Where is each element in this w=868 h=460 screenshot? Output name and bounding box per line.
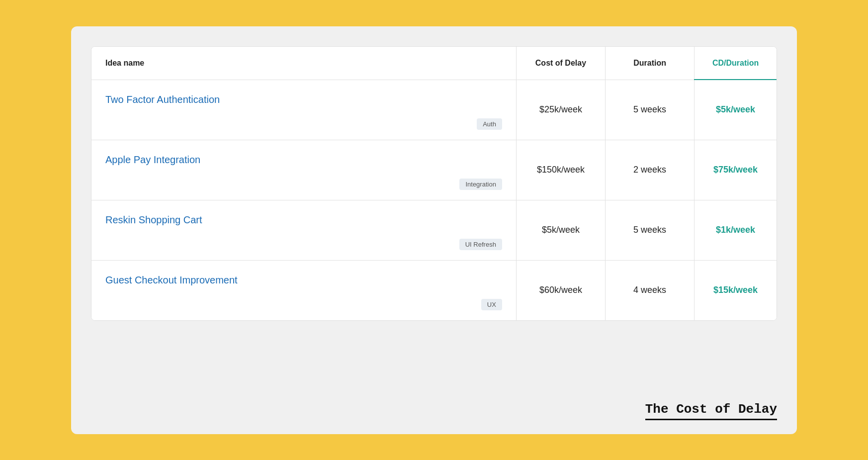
tag-reskin-cart: UI Refresh — [459, 239, 502, 250]
table-header-row: Idea name Cost of Delay Duration CD/Dura… — [91, 47, 777, 80]
tag-apple-pay: Integration — [459, 179, 502, 190]
header-idea-name: Idea name — [91, 47, 516, 80]
table-row[interactable]: Reskin Shopping Cart UI Refresh $5k/week… — [91, 200, 777, 260]
cell-cd-apple-pay: $75k/week — [694, 140, 777, 200]
cell-cod-guest-checkout: $60k/week — [516, 260, 605, 320]
cell-duration-reskin-cart: 5 weeks — [606, 200, 694, 260]
outer-container: Idea name Cost of Delay Duration CD/Dura… — [71, 26, 797, 434]
idea-name-apple-pay[interactable]: Apple Pay Integration — [105, 154, 502, 166]
cell-cd-guest-checkout: $15k/week — [694, 260, 777, 320]
idea-name-guest-checkout[interactable]: Guest Checkout Improvement — [105, 275, 502, 286]
cell-cod-reskin-cart: $5k/week — [516, 200, 605, 260]
tag-two-factor-auth: Auth — [477, 118, 502, 130]
watermark-label: The Cost of Delay — [645, 402, 777, 420]
cell-duration-guest-checkout: 4 weeks — [606, 260, 694, 320]
cell-idea-two-factor-auth: Two Factor Authentication Auth — [91, 80, 516, 140]
cell-idea-reskin-cart: Reskin Shopping Cart UI Refresh — [91, 200, 516, 260]
tag-guest-checkout: UX — [481, 299, 502, 310]
idea-name-two-factor-auth[interactable]: Two Factor Authentication — [105, 94, 502, 105]
header-duration: Duration — [606, 47, 694, 80]
table-row[interactable]: Two Factor Authentication Auth $25k/week… — [91, 80, 777, 140]
cell-cod-apple-pay: $150k/week — [516, 140, 605, 200]
cell-idea-apple-pay: Apple Pay Integration Integration — [91, 140, 516, 200]
idea-name-reskin-cart[interactable]: Reskin Shopping Cart — [105, 214, 502, 226]
cell-duration-two-factor-auth: 5 weeks — [606, 80, 694, 140]
table-wrapper: Idea name Cost of Delay Duration CD/Dura… — [91, 46, 777, 321]
table-row[interactable]: Apple Pay Integration Integration $150k/… — [91, 140, 777, 200]
header-cost-of-delay: Cost of Delay — [516, 47, 605, 80]
cell-cd-two-factor-auth: $5k/week — [694, 80, 777, 140]
cell-idea-guest-checkout: Guest Checkout Improvement UX — [91, 260, 516, 320]
cell-duration-apple-pay: 2 weeks — [606, 140, 694, 200]
cell-cd-reskin-cart: $1k/week — [694, 200, 777, 260]
header-cd-duration: CD/Duration — [694, 47, 777, 80]
table-row[interactable]: Guest Checkout Improvement UX $60k/week … — [91, 260, 777, 320]
cell-cod-two-factor-auth: $25k/week — [516, 80, 605, 140]
main-table: Idea name Cost of Delay Duration CD/Dura… — [91, 47, 777, 320]
